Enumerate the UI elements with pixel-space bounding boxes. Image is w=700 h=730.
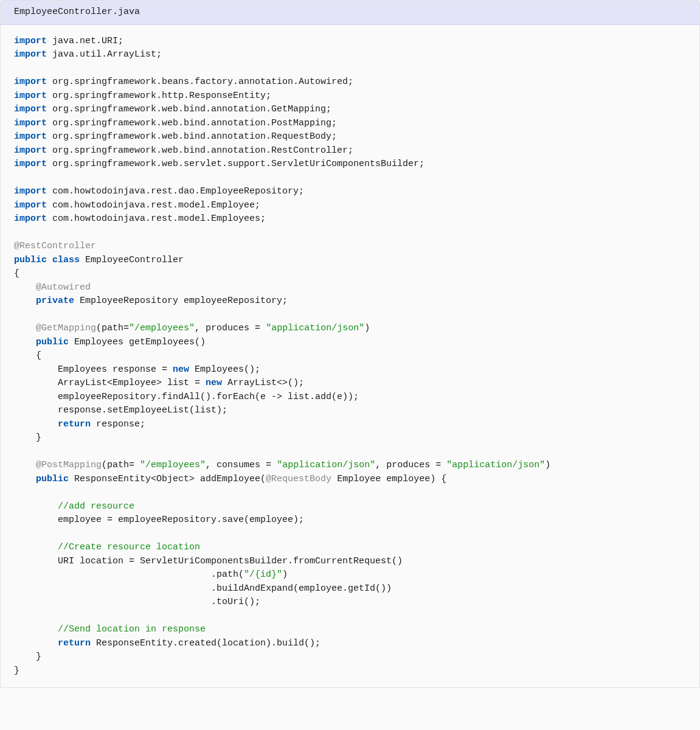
code-token: new bbox=[173, 364, 189, 375]
code-token: import bbox=[14, 200, 47, 210]
code-token bbox=[14, 474, 36, 484]
code-token bbox=[14, 624, 58, 634]
code-token bbox=[14, 460, 36, 470]
code-token: .toUri(); bbox=[14, 597, 260, 607]
code-token: ResponseEntity.created(location).build()… bbox=[91, 638, 321, 648]
code-token: import bbox=[14, 118, 47, 128]
code-token: .path( bbox=[14, 569, 244, 580]
code-token: org.springframework.beans.factory.annota… bbox=[47, 77, 353, 87]
code-token: //add resource bbox=[58, 501, 134, 512]
code-token: } bbox=[14, 666, 19, 676]
code-token: response; bbox=[91, 419, 145, 429]
code-token: employee = employeeRepository.save(emplo… bbox=[14, 515, 304, 525]
code-token: //Create resource location bbox=[58, 542, 200, 552]
code-token bbox=[14, 337, 36, 347]
code-token: org.springframework.web.bind.annotation.… bbox=[47, 131, 337, 142]
code-token: { bbox=[14, 268, 19, 279]
code-token: import bbox=[14, 131, 47, 142]
code-token bbox=[14, 501, 58, 512]
code-token: import bbox=[14, 186, 47, 196]
code-token: Employees response = bbox=[14, 364, 173, 375]
code-token: public bbox=[36, 474, 69, 484]
code-token: return bbox=[58, 638, 91, 648]
code-token: ) bbox=[282, 569, 288, 580]
code-token: Employees(); bbox=[189, 364, 260, 375]
code-token: import bbox=[14, 91, 47, 101]
code-token bbox=[14, 419, 58, 429]
code-token: com.howtodoinjava.rest.model.Employees; bbox=[47, 214, 266, 224]
code-token: } bbox=[14, 433, 41, 443]
code-token: Employees getEmployees() bbox=[69, 337, 206, 347]
filename-header: EmployeeController.java bbox=[1, 1, 699, 25]
code-token: import bbox=[14, 49, 47, 60]
code-token: { bbox=[14, 350, 41, 361]
code-token: @PostMapping bbox=[36, 460, 102, 470]
code-token: } bbox=[14, 652, 41, 662]
code-token: ArrayList<>(); bbox=[222, 378, 304, 388]
code-token: java.net.URI; bbox=[47, 36, 123, 46]
code-token: "application/json" bbox=[446, 460, 545, 470]
code-token: .buildAndExpand(employee.getId()) bbox=[14, 583, 392, 594]
code-token bbox=[14, 638, 58, 648]
code-token: @RestController bbox=[14, 241, 96, 251]
code-token: ResponseEntity<Object> addEmployee( bbox=[69, 474, 266, 484]
code-token: (path= bbox=[102, 460, 140, 470]
code-token: ArrayList<Employee> list = bbox=[14, 378, 206, 388]
code-token: @GetMapping bbox=[36, 323, 96, 333]
code-token: ) bbox=[545, 460, 550, 470]
code-token: private bbox=[36, 296, 74, 306]
code-token: com.howtodoinjava.rest.model.Employee; bbox=[47, 200, 260, 210]
code-token: org.springframework.web.bind.annotation.… bbox=[47, 104, 331, 114]
code-token: URI location = ServletUriComponentsBuild… bbox=[14, 556, 403, 566]
code-token: , produces = bbox=[195, 323, 266, 333]
code-token: org.springframework.web.bind.annotation.… bbox=[47, 145, 353, 156]
code-token: java.util.ArrayList; bbox=[47, 49, 162, 60]
code-token bbox=[14, 296, 36, 306]
code-token: @Autowired bbox=[36, 282, 91, 293]
code-token: org.springframework.http.ResponseEntity; bbox=[47, 91, 271, 101]
code-token: EmployeeController bbox=[80, 255, 184, 265]
code-token bbox=[14, 282, 36, 293]
code-token: org.springframework.web.bind.annotation.… bbox=[47, 118, 337, 128]
code-token: return bbox=[58, 419, 91, 429]
code-token: "application/json" bbox=[277, 460, 375, 470]
code-token: public bbox=[14, 255, 47, 265]
code-container: EmployeeController.java import java.net.… bbox=[0, 0, 700, 688]
code-token: //Send location in response bbox=[58, 624, 206, 634]
code-token bbox=[47, 255, 52, 265]
code-token bbox=[14, 323, 36, 333]
code-token: class bbox=[52, 255, 80, 265]
filename-label: EmployeeController.java bbox=[14, 7, 140, 17]
code-token: employeeRepository.findAll().forEach(e -… bbox=[14, 392, 359, 402]
code-token bbox=[14, 542, 58, 552]
code-token: , produces = bbox=[375, 460, 446, 470]
code-token: "/employees" bbox=[140, 460, 206, 470]
code-token: org.springframework.web.servlet.support.… bbox=[47, 159, 425, 169]
code-token: (path= bbox=[96, 323, 129, 333]
code-token: import bbox=[14, 104, 47, 114]
code-token: "/employees" bbox=[129, 323, 195, 333]
code-token: import bbox=[14, 145, 47, 156]
code-token: "application/json" bbox=[266, 323, 364, 333]
code-token: response.setEmployeeList(list); bbox=[14, 405, 227, 415]
code-body[interactable]: import java.net.URI; import java.util.Ar… bbox=[1, 25, 699, 688]
code-token: EmployeeRepository employeeRepository; bbox=[74, 296, 288, 306]
code-token: import bbox=[14, 214, 47, 224]
code-token: public bbox=[36, 337, 69, 347]
code-token: import bbox=[14, 77, 47, 87]
code-token: @RequestBody bbox=[266, 474, 331, 484]
code-token: Employee employee) { bbox=[331, 474, 446, 484]
code-token: com.howtodoinjava.rest.dao.EmployeeRepos… bbox=[47, 186, 304, 196]
code-token: "/{id}" bbox=[244, 569, 282, 580]
code-token: ) bbox=[364, 323, 370, 333]
code-token: import bbox=[14, 36, 47, 46]
code-token: new bbox=[206, 378, 222, 388]
code-token: , consumes = bbox=[206, 460, 277, 470]
code-token: import bbox=[14, 159, 47, 169]
